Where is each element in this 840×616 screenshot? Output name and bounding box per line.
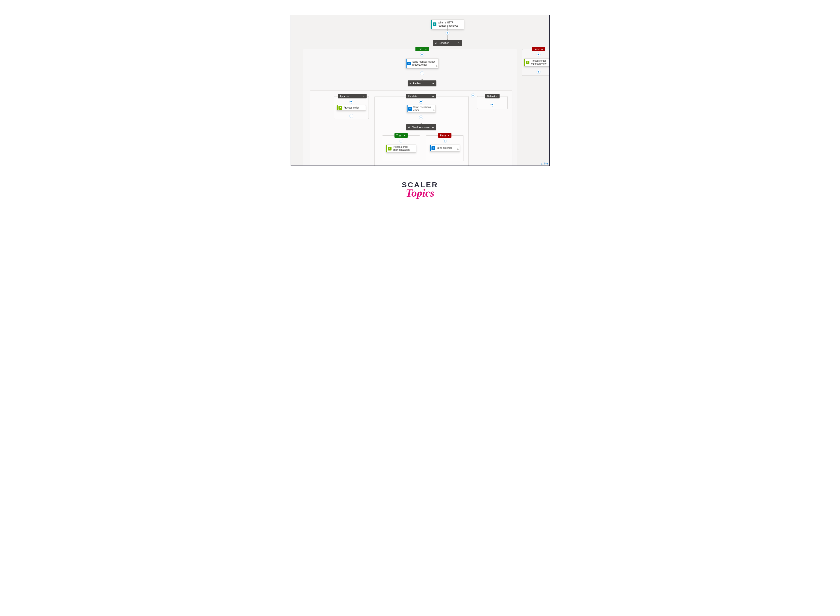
switch-icon: ≡ bbox=[410, 82, 411, 85]
chevron-up-icon bbox=[541, 48, 543, 50]
function-icon: ✦ bbox=[387, 146, 393, 151]
check-true-pill[interactable]: True bbox=[394, 133, 408, 138]
approve-pill[interactable]: Approve bbox=[338, 94, 366, 98]
chevron-up-icon bbox=[457, 42, 460, 44]
action-process-order-without-review[interactable]: ✦ Process order without review bbox=[524, 59, 550, 66]
chevron-up-icon bbox=[362, 95, 365, 97]
function-icon: ✦ bbox=[525, 60, 531, 65]
link-icon: ⧉ bbox=[457, 148, 459, 151]
http-icon: ✦ bbox=[432, 22, 437, 27]
chevron-up-icon bbox=[495, 95, 498, 97]
check-false-pill[interactable]: False bbox=[438, 133, 452, 138]
action-process-order[interactable]: ✦ Process order bbox=[337, 105, 366, 110]
outlook-icon: O bbox=[431, 145, 436, 151]
chevron-up-icon bbox=[432, 82, 434, 85]
connector-line bbox=[447, 27, 448, 31]
action-label: Process order after escalation bbox=[393, 144, 416, 153]
condition-icon: ⇄ bbox=[408, 126, 410, 129]
brand-logo: SCALER Topics bbox=[402, 180, 438, 199]
chevron-up-icon bbox=[432, 126, 434, 129]
trigger-label: When a HTTP request is received bbox=[437, 20, 464, 29]
chevron-up-icon bbox=[432, 95, 434, 97]
add-step-button[interactable]: + bbox=[420, 71, 424, 75]
add-step-button[interactable]: + bbox=[349, 100, 353, 104]
outlook-icon: O bbox=[408, 106, 413, 112]
add-step-button[interactable]: + bbox=[419, 116, 423, 119]
diagram-frame: ✦ When a HTTP request is received + ⇄ Co… bbox=[290, 15, 550, 166]
check-true-pill-label: True bbox=[396, 134, 402, 137]
check-response-label: Check response bbox=[412, 126, 430, 129]
escalate-pill[interactable]: Escalate bbox=[406, 94, 436, 98]
check-response-bar[interactable]: ⇄ Check response bbox=[406, 124, 436, 130]
link-icon: ⧉ bbox=[433, 109, 434, 112]
chevron-up-icon bbox=[403, 135, 406, 137]
pro-label: Pro bbox=[544, 162, 548, 165]
footer-pro-badge: ▢ Pro bbox=[541, 162, 548, 165]
connector-line bbox=[422, 57, 422, 59]
action-label: Send escalation email bbox=[413, 104, 435, 113]
action-label: Process order without review bbox=[531, 58, 550, 67]
condition-icon: ⇄ bbox=[435, 42, 437, 44]
action-label: Process order bbox=[343, 105, 366, 111]
add-step-button[interactable]: + bbox=[537, 53, 541, 57]
add-step-button[interactable]: + bbox=[420, 53, 424, 57]
condition-label: Condition bbox=[439, 42, 449, 44]
add-step-button[interactable]: + bbox=[419, 100, 423, 104]
add-case-button[interactable]: + bbox=[471, 94, 475, 97]
review-switch-bar[interactable]: ≡ Review bbox=[408, 81, 437, 87]
add-step-button[interactable]: + bbox=[443, 139, 447, 143]
default-pill[interactable]: Default bbox=[485, 94, 500, 98]
escalate-pill-label: Escalate bbox=[408, 95, 418, 98]
default-pill-label: Default bbox=[487, 95, 495, 98]
link-icon: ⧉ bbox=[436, 65, 437, 67]
outlook-icon: O bbox=[406, 61, 412, 66]
action-label: Send an email bbox=[436, 145, 460, 151]
add-step-button[interactable]: + bbox=[490, 103, 494, 107]
condition-bar[interactable]: ⇄ Condition bbox=[433, 40, 462, 46]
false-pill[interactable]: False bbox=[532, 47, 545, 51]
add-step-button[interactable]: + bbox=[399, 139, 403, 143]
check-false-pill-label: False bbox=[440, 134, 446, 137]
connector-line bbox=[421, 113, 421, 116]
logic-app-canvas: ✦ When a HTTP request is received + ⇄ Co… bbox=[291, 15, 550, 166]
true-pill[interactable]: True bbox=[415, 47, 429, 51]
chevron-up-icon bbox=[447, 135, 450, 137]
chevron-up-icon bbox=[425, 48, 427, 50]
function-icon: ✦ bbox=[338, 105, 343, 111]
brand-line2: Topics bbox=[402, 187, 438, 199]
action-send-an-email[interactable]: O Send an email ⧉ bbox=[430, 145, 460, 151]
action-label: Send manual review request email bbox=[412, 59, 438, 68]
connector-line bbox=[422, 68, 422, 71]
add-step-button[interactable]: + bbox=[446, 31, 450, 35]
review-label: Review bbox=[413, 82, 421, 85]
action-send-escalation-email[interactable]: O Send escalation email ⧉ bbox=[406, 105, 436, 113]
approve-pill-label: Approve bbox=[340, 95, 349, 98]
action-process-order-after-escalation[interactable]: ✦ Process order after escalation bbox=[386, 145, 416, 153]
true-pill-label: True bbox=[418, 48, 422, 51]
false-pill-label: False bbox=[534, 48, 540, 51]
add-step-button[interactable]: + bbox=[349, 114, 353, 118]
pro-icon: ▢ bbox=[541, 162, 543, 165]
add-step-button[interactable]: + bbox=[537, 70, 541, 74]
action-send-manual-review-email[interactable]: O Send manual review request email ⧉ bbox=[406, 59, 438, 68]
